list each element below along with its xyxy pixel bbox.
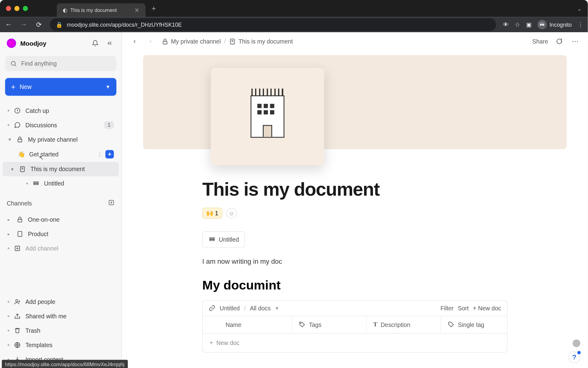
sidebar-trash[interactable]: Trash: [2, 323, 119, 338]
db-col-description[interactable]: TDescription: [366, 316, 440, 333]
search-placeholder: Find anything: [21, 60, 57, 67]
db-filter[interactable]: Filter: [440, 305, 454, 312]
sidebar-item-label: Discussions: [25, 122, 57, 128]
maximize-window-button[interactable]: [23, 6, 28, 11]
close-tab-icon[interactable]: ✕: [134, 7, 140, 13]
svg-rect-15: [210, 240, 214, 241]
sidebar-item-this-is-my-document[interactable]: ▼ This is my document: [2, 162, 119, 176]
doc-body-text[interactable]: I am now writing in my doc: [134, 258, 575, 265]
sidebar-item-discussions[interactable]: Discussions 1: [2, 118, 119, 132]
notifications-icon[interactable]: [90, 38, 100, 48]
page-title[interactable]: This is my document: [134, 179, 575, 200]
more-icon[interactable]: ⋮: [97, 151, 103, 158]
sidebar-item-untitled[interactable]: Untitled: [2, 176, 119, 191]
comments-icon[interactable]: [554, 36, 564, 46]
collapse-sidebar-icon[interactable]: [104, 38, 115, 48]
db-col-name[interactable]: Name: [203, 316, 292, 333]
sidebar-templates[interactable]: Templates: [2, 338, 119, 352]
sidebar-add-people[interactable]: Add people: [2, 294, 119, 309]
history-back-icon[interactable]: ‹: [130, 36, 140, 46]
sidebar-item-label: Templates: [25, 342, 52, 348]
lock-icon: 🔒: [56, 21, 62, 28]
cover-image[interactable]: [143, 55, 567, 149]
workspace-name[interactable]: Moodjoy: [20, 40, 86, 47]
svg-rect-7: [18, 219, 22, 222]
doc-heading[interactable]: My documint: [134, 278, 575, 293]
svg-rect-5: [34, 183, 38, 185]
subpage-label: Untitled: [219, 236, 239, 243]
sidebar-item-label: One-on-one: [28, 216, 59, 223]
back-button[interactable]: ←: [4, 21, 13, 29]
chevron-down-icon[interactable]: ▼: [8, 137, 12, 142]
tabs-menu-icon[interactable]: ⌄: [577, 5, 582, 12]
kebab-menu-icon[interactable]: ⋮: [578, 21, 583, 28]
url-text: moodjoy.slite.com/app/docs/r_DHzUYfHSK10…: [67, 21, 182, 28]
breadcrumb-item[interactable]: This is my document: [229, 38, 293, 45]
presence-avatar[interactable]: [573, 339, 580, 347]
lock-icon: [16, 216, 24, 223]
bookmark-icon[interactable]: ☆: [515, 21, 520, 28]
db-col-single-tag[interactable]: Single tag: [441, 316, 507, 333]
add-channel-icon[interactable]: [108, 199, 115, 207]
bullet-icon: [8, 301, 9, 303]
help-button[interactable]: ?: [568, 351, 580, 363]
chevron-down-icon[interactable]: ▼: [10, 167, 14, 171]
svg-rect-8: [18, 232, 22, 237]
sidebar-add-channel[interactable]: Add channel: [2, 241, 119, 255]
sidebar-item-one-on-one[interactable]: ▸ One-on-one: [2, 212, 119, 227]
new-button[interactable]: + New ▼: [5, 78, 116, 96]
tag-icon: [299, 321, 306, 328]
add-reaction-button[interactable]: ☺: [226, 208, 236, 218]
sidebar-item-get-started[interactable]: 👋 Get started ⋮ + ↖: [2, 147, 119, 162]
breadcrumb-label: My private channel: [171, 38, 221, 45]
browser-tab[interactable]: ◐ This is my document ✕: [57, 3, 145, 17]
extensions-icon[interactable]: ▣: [526, 21, 532, 28]
chevron-right-icon[interactable]: ▸: [8, 217, 12, 222]
sidebar-item-product[interactable]: ▸ Product: [2, 227, 119, 241]
sidebar-shared-with-me[interactable]: Shared with me: [2, 309, 119, 323]
db-view[interactable]: All docs: [250, 305, 271, 312]
reaction-pill[interactable]: 🙌 1: [202, 208, 222, 219]
more-icon[interactable]: ⋯: [570, 36, 580, 46]
incognito-badge[interactable]: 🕶 Incognito: [537, 20, 572, 29]
channels-header: Channels: [0, 193, 122, 210]
db-source[interactable]: Untitled: [220, 305, 240, 312]
close-window-button[interactable]: [6, 6, 11, 11]
db-add-row[interactable]: + New doc: [203, 334, 507, 352]
sidebar-item-label: This is my document: [31, 166, 85, 172]
breadcrumb-item[interactable]: My private channel: [162, 38, 221, 45]
reload-button[interactable]: ⟳: [35, 21, 43, 29]
db-col-tags[interactable]: Tags: [292, 316, 366, 333]
db-new-doc[interactable]: + New doc: [473, 305, 501, 312]
workspace-logo[interactable]: [7, 39, 16, 48]
add-child-button[interactable]: +: [105, 150, 114, 159]
minimize-window-button[interactable]: [14, 6, 20, 11]
new-tab-button[interactable]: +: [148, 2, 160, 15]
history-forward-icon[interactable]: ›: [145, 36, 156, 46]
bullet-icon: [8, 315, 9, 317]
subpage-chip[interactable]: Untitled: [202, 232, 245, 248]
sidebar-item-private-channel[interactable]: ▼ My private channel: [2, 132, 119, 147]
sidebar-item-label: My private channel: [28, 136, 77, 143]
breadcrumb: My private channel / This is my document: [162, 38, 293, 45]
chevron-down-icon[interactable]: ▼: [105, 84, 110, 90]
tag-icon: [448, 321, 454, 328]
globe-icon: [13, 341, 21, 349]
svg-rect-2: [18, 139, 22, 142]
url-input[interactable]: 🔒 moodjoy.slite.com/app/docs/r_DHzUYfHSK…: [50, 18, 496, 31]
chevron-down-icon[interactable]: ▼: [275, 306, 279, 310]
share-icon: [13, 312, 21, 320]
chevron-right-icon[interactable]: ▸: [8, 232, 12, 236]
svg-rect-12: [163, 41, 167, 44]
eye-off-icon[interactable]: 👁: [503, 21, 509, 28]
db-add-row-label: New doc: [216, 339, 239, 346]
db-sort[interactable]: Sort: [458, 305, 469, 312]
forward-button[interactable]: →: [20, 21, 28, 29]
search-input[interactable]: Find anything: [5, 56, 116, 71]
share-button[interactable]: Share: [532, 38, 548, 45]
link-icon: [209, 305, 215, 312]
svg-rect-4: [34, 182, 38, 183]
sidebar-item-catchup[interactable]: Catch up: [2, 103, 119, 118]
incognito-icon: 🕶: [537, 20, 547, 29]
reaction-count: 1: [215, 210, 218, 217]
